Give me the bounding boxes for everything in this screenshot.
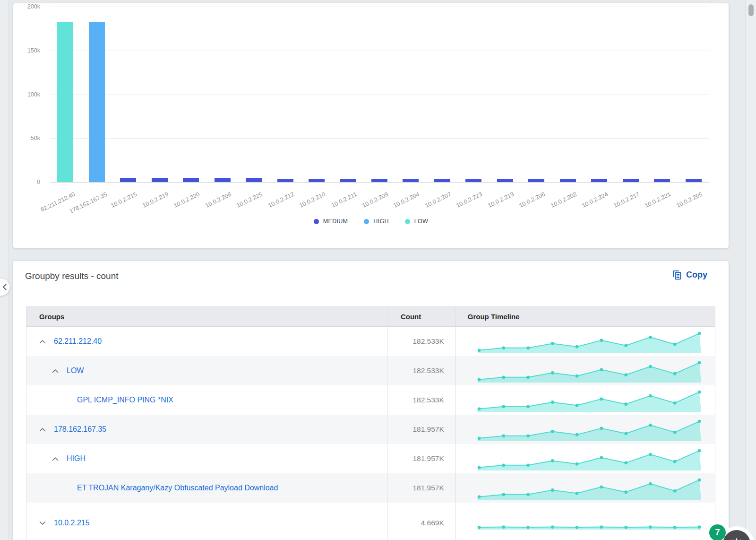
y-axis-tick: 0 — [17, 179, 40, 185]
count-cell: 4.669K — [387, 503, 456, 540]
x-axis-label: 10.0.2.213 — [487, 191, 515, 209]
x-axis-label: 10.0.2.204 — [393, 191, 421, 209]
gridline — [50, 182, 709, 183]
collapse-caret-up-icon[interactable] — [51, 366, 60, 375]
collapse-caret-up-icon[interactable] — [38, 337, 47, 346]
table-header-row: Groups Count Group Timeline — [26, 307, 715, 327]
bar-10.0.2.215[interactable] — [120, 178, 136, 182]
x-axis-label: 10.0.2.209 — [361, 191, 389, 209]
bar-10.0.2.221[interactable] — [654, 179, 670, 182]
table-row: 62.211.212.40182.533K — [26, 327, 715, 356]
bar-10.0.2.209[interactable] — [371, 179, 387, 182]
table-row: GPL ICMP_INFO PING *NIX182.533K — [26, 385, 715, 415]
bar-10.0.2.224[interactable] — [591, 179, 607, 182]
bar-178.162.167.35[interactable] — [89, 22, 105, 182]
group-link[interactable]: 62.211.212.40 — [54, 337, 102, 346]
bar-10.0.2.212[interactable] — [277, 179, 293, 182]
x-axis-label: 10.0.2.205 — [675, 191, 703, 209]
starburst-icon — [729, 536, 745, 540]
x-axis-label: 10.0.2.212 — [267, 191, 295, 209]
x-axis-label: 10.0.2.219 — [141, 191, 169, 209]
bar-10.0.2.202[interactable] — [560, 179, 576, 182]
copy-icon — [672, 270, 682, 280]
x-axis-label: 10.0.2.210 — [299, 191, 326, 209]
table-row: ET TROJAN Karagany/Kazy Obfuscated Paylo… — [26, 473, 715, 503]
group-timeline-sparkline — [477, 478, 701, 501]
x-axis-label: 10.0.2.215 — [110, 191, 138, 209]
bar-10.0.2.223[interactable] — [465, 179, 481, 182]
group-link[interactable]: ET TROJAN Karagany/Kazy Obfuscated Paylo… — [77, 484, 278, 492]
count-cell: 182.533K — [387, 385, 456, 415]
bar-10.0.2.208[interactable] — [215, 178, 231, 182]
group-cell: ET TROJAN Karagany/Kazy Obfuscated Paylo… — [26, 473, 387, 503]
y-axis-tick: 200k — [17, 3, 40, 10]
groupby-table: Groups Count Group Timeline 62.211.212.4… — [26, 306, 715, 540]
collapse-caret-up-icon[interactable] — [51, 454, 60, 463]
x-axis-label: 10.0.2.202 — [550, 191, 577, 209]
count-cell: 181.957K — [387, 415, 456, 444]
column-header-groups: Groups — [26, 307, 387, 326]
bar-10.0.2.207[interactable] — [434, 179, 450, 182]
group-cell: GPL ICMP_INFO PING *NIX — [26, 385, 387, 415]
gridline — [50, 51, 709, 51]
group-cell: 62.211.212.40 — [26, 327, 387, 356]
timeline-cell — [456, 415, 715, 444]
bar-10.0.2.211[interactable] — [340, 179, 356, 182]
gridline — [50, 7, 709, 7]
scrollbar-thumb[interactable] — [748, 4, 754, 16]
expand-caret-down-icon[interactable] — [38, 519, 47, 527]
legend-item-high[interactable]: HIGH — [364, 218, 388, 225]
group-timeline-sparkline — [477, 390, 701, 413]
bar-10.0.2.210[interactable] — [309, 179, 325, 182]
x-axis-label: 10.0.2.224 — [581, 191, 609, 209]
x-axis-label: 10.0.2.221 — [644, 191, 672, 209]
scrollbar-track[interactable] — [745, 0, 756, 540]
groupby-results-card: Groupby results - count Copy Groups Coun… — [13, 261, 729, 540]
bar-62.211.212.40[interactable] — [57, 22, 73, 182]
collapse-caret-up-icon[interactable] — [38, 425, 47, 434]
legend-item-low[interactable]: LOW — [405, 218, 428, 225]
copy-button-label: Copy — [686, 270, 707, 280]
x-axis-label: 10.0.2.208 — [204, 191, 232, 209]
bar-10.0.2.213[interactable] — [497, 179, 513, 182]
bar-10.0.2.220[interactable] — [183, 178, 199, 182]
gridline — [50, 95, 709, 95]
group-timeline-sparkline — [477, 507, 701, 531]
group-cell: HIGH — [26, 444, 387, 473]
group-timeline-sparkline — [477, 448, 701, 472]
column-header-group-timeline: Group Timeline — [456, 307, 715, 326]
group-link[interactable]: GPL ICMP_INFO PING *NIX — [77, 396, 173, 404]
timeline-cell — [456, 444, 715, 473]
group-link[interactable]: 178.162.167.35 — [54, 425, 106, 434]
table-row: 178.162.167.35181.957K — [26, 415, 715, 444]
chart-legend: MEDIUMHIGHLOW — [13, 218, 729, 225]
count-cell: 181.957K — [387, 444, 456, 473]
group-cell: 10.0.2.215 — [26, 503, 387, 540]
table-row: 10.0.2.2154.669K — [26, 503, 715, 540]
y-axis-tick: 100k — [17, 91, 40, 98]
group-cell: LOW — [26, 356, 387, 385]
x-axis-label: 10.0.2.206 — [518, 191, 546, 209]
bar-10.0.2.219[interactable] — [152, 178, 168, 182]
copy-button[interactable]: Copy — [672, 270, 707, 280]
group-link[interactable]: HIGH — [67, 454, 86, 463]
bar-10.0.2.205[interactable] — [686, 179, 702, 182]
bar-10.0.2.225[interactable] — [246, 178, 262, 182]
timeline-cell — [456, 356, 715, 385]
severity-bar-chart-card: 200k150k100k50k062.211.212.40178.162.167… — [13, 3, 729, 248]
y-axis-tick: 50k — [17, 135, 40, 141]
group-link[interactable]: 10.0.2.215 — [54, 519, 90, 527]
x-axis-label: 10.0.2.220 — [173, 191, 201, 209]
notification-count-badge[interactable]: 7 — [709, 524, 726, 540]
group-cell: 178.162.167.35 — [26, 415, 387, 444]
bar-10.0.2.206[interactable] — [528, 179, 544, 182]
bar-10.0.2.204[interactable] — [403, 179, 419, 182]
bar-10.0.2.217[interactable] — [623, 179, 639, 182]
group-timeline-sparkline — [477, 360, 701, 384]
legend-item-medium[interactable]: MEDIUM — [314, 218, 348, 225]
legend-dot — [405, 219, 410, 224]
timeline-cell — [456, 503, 715, 540]
count-cell: 182.533K — [387, 356, 456, 385]
left-rail — [0, 0, 9, 540]
group-link[interactable]: LOW — [67, 366, 84, 375]
